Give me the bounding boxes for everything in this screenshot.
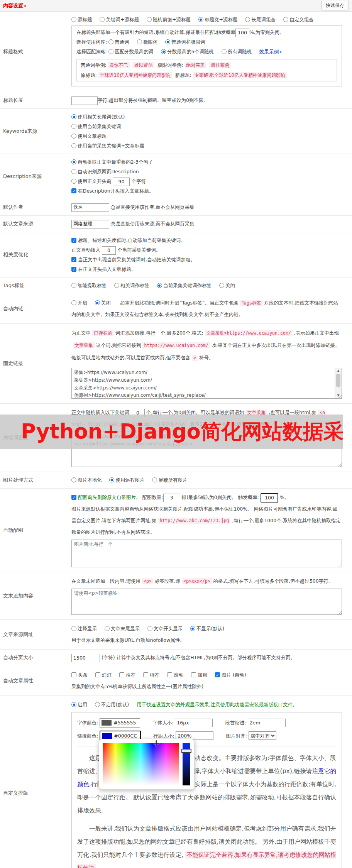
- radio-icon-selected[interactable]: [109, 477, 114, 482]
- radio-normal-words[interactable]: 普通词: [108, 39, 129, 45]
- radio-auto-extract[interactable]: 自动提取正文中最重要的2-3个句子: [71, 157, 342, 167]
- checkbox-icon-checked[interactable]: [71, 257, 76, 262]
- checkbox-icon-checked[interactable]: [71, 267, 76, 272]
- radio-block-images[interactable]: 屏蔽所有图片: [152, 477, 187, 483]
- scrollbar-thumb[interactable]: [336, 374, 340, 387]
- radio-no-show[interactable]: 不显示(默认): [190, 626, 224, 631]
- radio-article-end-show[interactable]: 文章末尾显示: [105, 626, 140, 631]
- radio-icon[interactable]: [152, 477, 157, 482]
- radio-keyword-tags[interactable]: 当前采集关键词作标签: [157, 283, 212, 288]
- radio-icon-selected[interactable]: [161, 49, 166, 54]
- radio-layout-off[interactable]: 不启用(默认): [95, 702, 129, 707]
- image-probability-input[interactable]: [261, 493, 278, 503]
- fixed-links-textarea[interactable]: 采集>https://www.ucaiyun.com/ 采集器>https://…: [71, 368, 342, 399]
- default-author-input[interactable]: [71, 203, 109, 212]
- radio-prefix-source-title[interactable]: 随机前缀+源标题: [147, 17, 191, 22]
- radio-icon-selected[interactable]: [157, 283, 162, 288]
- radio-icon-selected[interactable]: [165, 39, 170, 44]
- radio-icon[interactable]: [71, 134, 76, 139]
- checkbox-special[interactable]: 特荐: [143, 672, 159, 678]
- radio-icon[interactable]: [283, 17, 288, 22]
- checkbox-low-relevance[interactable]: 标题、描述相关度低时,自动添加当前采集关键词。: [71, 235, 342, 245]
- checkbox-icon[interactable]: [71, 672, 76, 677]
- radio-icon[interactable]: [71, 169, 76, 174]
- append-content-textarea[interactable]: [71, 589, 342, 615]
- effect-demo-link[interactable]: 效果示例»: [259, 49, 282, 54]
- image-align-select[interactable]: 居中对齐: [249, 731, 276, 740]
- hue-slider-handle[interactable]: [181, 749, 191, 753]
- scrollbar-up-icon[interactable]: ▲: [337, 368, 339, 374]
- radio-original-description[interactable]: 自动识别原网页Description: [71, 167, 342, 176]
- radio-extreme-words[interactable]: 极限词: [137, 39, 158, 45]
- radio-related-longtail[interactable]: 使用相关长尾词(默认): [71, 112, 342, 122]
- radio-icon[interactable]: [71, 179, 76, 184]
- font-color-swatch[interactable]: [102, 720, 112, 726]
- radio-icon[interactable]: [71, 626, 76, 631]
- radio-icon[interactable]: [71, 283, 76, 288]
- radio-innerlink-off[interactable]: 关闭: [95, 300, 111, 306]
- radio-icon[interactable]: [108, 39, 113, 44]
- radio-icon[interactable]: [147, 17, 152, 22]
- radio-smart-tags[interactable]: 智能提取标签: [71, 283, 107, 288]
- radio-innerlink-on[interactable]: 开启: [71, 300, 87, 306]
- checkbox-scroll[interactable]: 滚动: [167, 672, 183, 678]
- radio-icon[interactable]: [105, 626, 110, 631]
- title-length-input[interactable]: [71, 96, 98, 105]
- radio-icon[interactable]: [222, 49, 227, 54]
- radio-icon[interactable]: [71, 477, 76, 482]
- checkbox-bold-keyword[interactable]: 当正文中出现当前采集关键词时,自动把该关键词加粗。: [71, 255, 342, 264]
- checkbox-insert-title[interactable]: 在Description开头插入文章标题。: [71, 186, 342, 196]
- radio-icon-selected[interactable]: [95, 300, 100, 305]
- radio-keyword-source-title[interactable]: 关键词+源标题: [100, 17, 139, 22]
- trigger-probability-input[interactable]: [235, 29, 249, 37]
- radio-keywords-plus-title[interactable]: 使用当前采集关键词+文章标题: [71, 141, 342, 151]
- radio-current-keywords[interactable]: 使用当前采集关键词: [71, 122, 342, 131]
- radio-icon[interactable]: [245, 17, 250, 22]
- radio-top5-random[interactable]: 分数最高的5个词随机: [161, 49, 213, 54]
- radio-localize-images[interactable]: 图片本地化: [71, 477, 102, 483]
- checkbox-icon[interactable]: [191, 672, 196, 677]
- radio-tags-off[interactable]: 关闭: [219, 283, 235, 288]
- radio-layout-on[interactable]: 启用: [71, 702, 87, 707]
- checkbox-icon[interactable]: [167, 672, 172, 677]
- radio-remote-images[interactable]: 使用远程图片: [109, 477, 144, 483]
- checkbox-icon[interactable]: [95, 672, 100, 677]
- checkbox-icon[interactable]: [119, 672, 124, 677]
- indent-input[interactable]: [248, 719, 286, 727]
- radio-highest-score[interactable]: 匹配分数最高的词: [108, 49, 153, 54]
- radio-icon-selected[interactable]: [198, 17, 203, 22]
- radio-icon-selected[interactable]: [71, 702, 76, 707]
- description-chars-input[interactable]: [113, 178, 130, 186]
- radio-all-random[interactable]: 所有词随机: [222, 49, 252, 54]
- checkbox-icon-checked[interactable]: [71, 188, 76, 193]
- radio-icon-selected[interactable]: [71, 114, 76, 119]
- radio-icon[interactable]: [95, 702, 100, 707]
- font-size-input[interactable]: [175, 719, 213, 727]
- page-size-input[interactable]: [71, 654, 100, 662]
- font-color-control[interactable]: #555555: [100, 718, 140, 728]
- checkbox-bold[interactable]: 加粗: [191, 672, 207, 678]
- radio-icon[interactable]: [100, 17, 105, 22]
- radio-clickbait-source-title[interactable]: 标题党+源标题: [198, 17, 237, 22]
- radio-icon-selected[interactable]: [71, 159, 76, 164]
- insert-keywords-count-input[interactable]: [102, 246, 116, 255]
- quick-save-button[interactable]: 快速保存: [321, 1, 349, 10]
- radio-icon[interactable]: [71, 124, 76, 129]
- checkbox-icon-checked[interactable]: [71, 238, 76, 243]
- radio-article-title[interactable]: 使用文章标题: [71, 131, 342, 141]
- checkbox-icon-checked[interactable]: [71, 495, 76, 500]
- link-color-swatch[interactable]: [102, 733, 112, 739]
- image-urls-textarea[interactable]: [71, 540, 342, 567]
- radio-icon-selected[interactable]: [190, 626, 195, 631]
- radio-icon[interactable]: [71, 143, 76, 148]
- radio-custom-combo[interactable]: 自定义组合: [283, 17, 314, 22]
- image-count-input[interactable]: [163, 494, 180, 502]
- color-picker-popup[interactable]: +: [99, 739, 195, 790]
- checkbox-headline[interactable]: 头条: [71, 672, 88, 678]
- radio-both-words[interactable]: 普通词和极限词: [165, 39, 205, 45]
- radio-icon[interactable]: [219, 283, 224, 288]
- checkbox-image-auto[interactable]: 图片 (自动): [215, 672, 246, 678]
- radio-article-start-show[interactable]: 文章开头显示: [147, 626, 183, 631]
- hue-slider[interactable]: [183, 743, 190, 785]
- radio-first-chars[interactable]: 使用正文开头前 个字符: [71, 176, 342, 186]
